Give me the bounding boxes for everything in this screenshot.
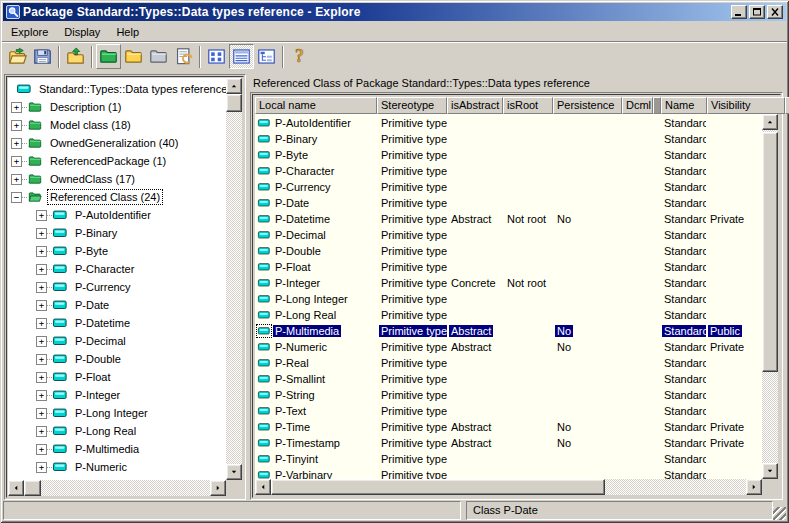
table-row[interactable]: P-RealPrimitive typeStandarc (255, 355, 762, 371)
cell-name[interactable]: Standarc (660, 291, 706, 307)
expand-toggle[interactable]: + (36, 282, 47, 293)
cell-collapsed[interactable] (653, 419, 660, 435)
tree-item-p-multimedia[interactable]: +P-Multimedia (8, 440, 226, 458)
cell-visibility[interactable]: Private (706, 419, 762, 435)
column-header-name[interactable]: Name (661, 97, 707, 114)
open-button[interactable] (5, 44, 30, 69)
cell-dcml[interactable] (622, 419, 653, 435)
cell-persistence[interactable] (553, 243, 622, 259)
cell-name[interactable]: Standarc (660, 403, 706, 419)
cell-isroot[interactable] (503, 291, 553, 307)
tree-item-p-numeric[interactable]: +P-Numeric (8, 458, 226, 476)
cell-collapsed[interactable] (653, 403, 660, 419)
cell-dcml[interactable] (622, 307, 653, 323)
cell-isroot[interactable] (503, 371, 553, 387)
cell-stereotype[interactable]: Primitive type (377, 451, 447, 467)
expand-toggle[interactable]: + (11, 156, 22, 167)
cell-collapsed[interactable] (653, 115, 660, 131)
cell-local-name[interactable]: P-Real (255, 355, 377, 371)
tree-item-p-currency[interactable]: +P-Currency (8, 278, 226, 296)
cell-collapsed[interactable] (653, 323, 660, 339)
cell-isroot[interactable] (503, 451, 553, 467)
table-row[interactable]: P-CharacterPrimitive typeStandarc (255, 163, 762, 179)
cell-local-name[interactable]: P-Currency (255, 179, 377, 195)
column-header-dcml[interactable]: Dcml (622, 97, 653, 114)
column-header-isroot[interactable]: isRoot (503, 97, 553, 114)
cell-name[interactable]: Standarc (660, 259, 706, 275)
cell-collapsed[interactable] (653, 291, 660, 307)
cell-visibility[interactable] (706, 163, 762, 179)
table-row[interactable]: P-BinaryPrimitive typeStandarc (255, 131, 762, 147)
column-header-persistence[interactable]: Persistence (553, 97, 622, 114)
column-header-stereotype[interactable]: Stereotype (377, 97, 447, 114)
cell-isabstract[interactable] (447, 179, 503, 195)
cell-dcml[interactable] (622, 291, 653, 307)
tree-item-p-date[interactable]: +P-Date (8, 296, 226, 314)
cell-collapsed[interactable] (653, 227, 660, 243)
cell-isabstract[interactable] (447, 147, 503, 163)
cell-local-name[interactable]: P-Timestamp (255, 435, 377, 451)
tree-item-root[interactable]: Standard::Types::Data types reference (8, 80, 226, 98)
cell-isabstract[interactable] (447, 451, 503, 467)
expand-toggle[interactable]: + (36, 444, 47, 455)
cell-dcml[interactable] (622, 387, 653, 403)
cell-isroot[interactable] (503, 419, 553, 435)
cell-local-name[interactable]: P-Decimal (255, 227, 377, 243)
cell-isabstract[interactable] (447, 467, 503, 479)
cell-local-name[interactable]: P-Byte (255, 147, 377, 163)
cell-name[interactable]: Standarc (660, 179, 706, 195)
view-tree-button[interactable] (254, 44, 279, 69)
cell-stereotype[interactable]: Primitive type (377, 259, 447, 275)
cell-name[interactable]: Standarc (660, 371, 706, 387)
cell-visibility[interactable] (706, 451, 762, 467)
tree-item-description-1[interactable]: +Description (1) (8, 98, 226, 116)
cell-local-name[interactable]: P-AutoIdentifier (255, 115, 377, 131)
cell-local-name[interactable]: P-Tinyint (255, 451, 377, 467)
cell-collapsed[interactable] (653, 451, 660, 467)
cell-local-name[interactable]: P-Long Real (255, 307, 377, 323)
cell-isabstract[interactable] (447, 227, 503, 243)
tree-item-p-double[interactable]: +P-Double (8, 350, 226, 368)
cell-persistence[interactable]: No (553, 339, 622, 355)
cell-isroot[interactable] (503, 467, 553, 479)
cell-name[interactable]: Standarc (660, 195, 706, 211)
cell-visibility[interactable] (706, 259, 762, 275)
table-row[interactable]: P-NumericPrimitive typeAbstractNoStandar… (255, 339, 762, 355)
cell-name[interactable]: Standarc (660, 467, 706, 479)
cell-isabstract[interactable] (447, 259, 503, 275)
tree-item-referenced-class-24[interactable]: −Referenced Class (24) (8, 188, 226, 206)
table-row[interactable]: P-TimestampPrimitive typeAbstractNoStand… (255, 435, 762, 451)
cell-persistence[interactable] (553, 179, 622, 195)
cell-dcml[interactable] (622, 339, 653, 355)
cell-name[interactable]: Standarc (660, 451, 706, 467)
scroll-down-button[interactable] (762, 463, 778, 479)
cell-persistence[interactable] (553, 163, 622, 179)
cell-dcml[interactable] (622, 147, 653, 163)
cell-name[interactable]: Standarc (660, 147, 706, 163)
menu-help[interactable]: Help (108, 24, 147, 40)
cell-persistence[interactable] (553, 275, 622, 291)
cell-persistence[interactable] (553, 387, 622, 403)
tree-horizontal-scrollbar[interactable] (8, 480, 226, 496)
table-vertical-scrollbar[interactable] (762, 114, 778, 479)
cell-local-name[interactable]: P-Character (255, 163, 377, 179)
resize-grip[interactable] (773, 507, 786, 520)
cell-isabstract[interactable] (447, 163, 503, 179)
cell-persistence[interactable]: No (553, 323, 622, 339)
cell-local-name[interactable]: P-Integer (255, 275, 377, 291)
cell-collapsed[interactable] (653, 211, 660, 227)
cell-dcml[interactable] (622, 195, 653, 211)
cell-name[interactable]: Standarc (660, 211, 706, 227)
scrollbar-thumb[interactable] (271, 479, 605, 495)
cell-dcml[interactable] (622, 179, 653, 195)
cell-isabstract[interactable] (447, 403, 503, 419)
expand-toggle[interactable]: + (11, 138, 22, 149)
cell-visibility[interactable] (706, 307, 762, 323)
cell-isabstract[interactable] (447, 371, 503, 387)
cell-collapsed[interactable] (653, 435, 660, 451)
cell-local-name[interactable]: P-Numeric (255, 339, 377, 355)
scroll-up-button[interactable] (762, 114, 778, 130)
expand-toggle[interactable]: + (11, 102, 22, 113)
expand-toggle[interactable]: − (11, 192, 22, 203)
cell-dcml[interactable] (622, 435, 653, 451)
